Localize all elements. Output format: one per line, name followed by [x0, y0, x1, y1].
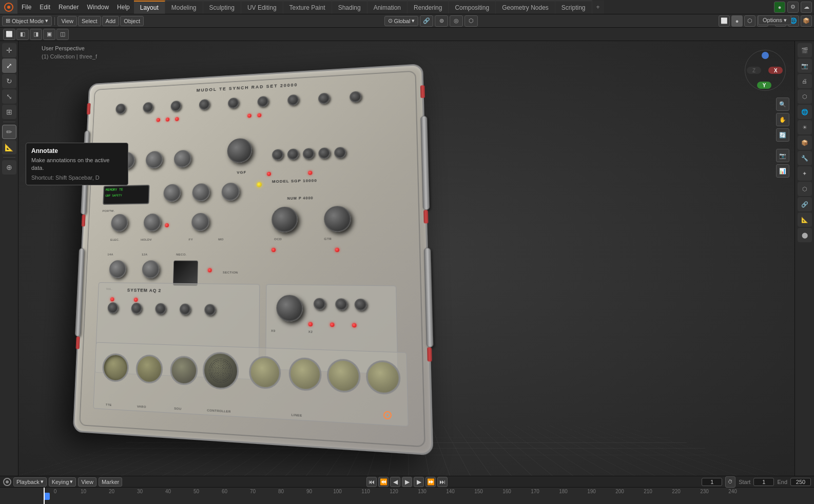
properties-material[interactable]: ⬤ [798, 228, 812, 242]
play-prev-keyframe[interactable]: ⏪ [378, 477, 389, 487]
tab-rendering[interactable]: Rendering [408, 1, 449, 14]
knob-9 [350, 91, 361, 102]
keying-dropdown[interactable]: Keying ▾ [49, 477, 76, 487]
properties-data[interactable]: 📐 [798, 212, 812, 227]
start-frame-input[interactable] [753, 478, 774, 486]
model-title: MUDOL TE SYNCH RAD SET 20000 [197, 82, 298, 92]
menu-edit[interactable]: Edit [35, 0, 54, 14]
menu-help[interactable]: Help [113, 0, 134, 14]
scale-tool-btn[interactable]: ⤡ [2, 89, 16, 104]
gizmo-x-axis[interactable]: X [768, 67, 783, 74]
menu-file[interactable]: File [17, 0, 35, 14]
tab-uv-editing[interactable]: UV Editing [241, 1, 283, 14]
menu-render[interactable]: Render [54, 0, 83, 14]
properties-object[interactable]: 📦 [798, 135, 812, 150]
camera-icon[interactable]: 📷 [776, 149, 789, 162]
gizmo-y-axis[interactable]: Y [757, 82, 771, 89]
properties-physics[interactable]: ⬡ [798, 182, 812, 196]
play-next-keyframe[interactable]: ⏩ [425, 477, 436, 487]
play-prev-frame[interactable]: ◀ [390, 477, 400, 487]
rotate-view-icon[interactable]: 🔄 [776, 128, 789, 142]
properties-constraints[interactable]: 🔗 [798, 197, 812, 211]
play-next-frame[interactable]: ▶ [414, 477, 424, 487]
rls-led-2 [330, 322, 335, 327]
pivot-icon: ⊙ [388, 17, 393, 24]
annotate-tool-btn[interactable]: ✏ [2, 125, 16, 139]
viewport-shading-material[interactable]: ⬡ [744, 15, 755, 27]
icon-row-btn4[interactable]: ▣ [43, 29, 55, 40]
icon-row-btn2[interactable]: ◧ [16, 29, 29, 40]
gizmo-z-axis[interactable]: Z [747, 67, 761, 74]
blender-logo[interactable] [0, 0, 17, 14]
knob-4 [199, 99, 210, 110]
properties-modifier[interactable]: 🔧 [798, 151, 812, 165]
snap-toggle[interactable]: 🔗 [420, 15, 433, 27]
menu-window[interactable]: Window [83, 0, 113, 14]
play-button[interactable]: ▶ [402, 477, 412, 487]
xray-toggle[interactable]: ⬡ [464, 15, 478, 27]
top-right-icon1[interactable]: ⚙ [787, 2, 799, 13]
icon-row-btn1[interactable]: ⬜ [3, 29, 15, 40]
marker-dropdown[interactable]: Marker [99, 477, 122, 487]
properties-scene[interactable]: 🎬 [798, 43, 812, 57]
timeline-ruler[interactable]: 0 10 20 30 40 50 60 70 80 90 100 110 120… [0, 488, 814, 504]
properties-scene2[interactable]: 🌐 [798, 105, 812, 119]
transform-tool-btn[interactable]: ⊞ [2, 105, 16, 119]
view-menu[interactable]: View [57, 16, 77, 26]
tab-layout[interactable]: Layout [134, 1, 165, 14]
pan-icon[interactable]: ✋ [776, 113, 789, 126]
tab-scripting[interactable]: Scripting [555, 1, 592, 14]
t-num-100: 100 [323, 489, 352, 494]
knob-row3-1 [111, 214, 128, 231]
view-dropdown[interactable]: View [78, 477, 96, 487]
current-frame-input[interactable] [702, 478, 722, 486]
viewport-view-label: User Perspective [42, 45, 85, 51]
select-menu[interactable]: Select [78, 16, 101, 26]
knob-row2-1 [163, 184, 181, 202]
pivot-selector[interactable]: ⊙ Global ▾ [384, 16, 419, 26]
end-frame-input[interactable] [790, 478, 811, 486]
rotate-tool-btn[interactable]: ↻ [2, 74, 16, 88]
add-object-btn[interactable]: ⊕ [2, 160, 16, 175]
connector-1 [102, 353, 129, 382]
measure-tool-btn[interactable]: 📐 [2, 140, 16, 154]
tab-compositing[interactable]: Compositing [449, 1, 496, 14]
tab-geometry-nodes[interactable]: Geometry Nodes [496, 1, 555, 14]
top-right-icon2[interactable]: ☁ [801, 2, 812, 13]
tab-sculpting[interactable]: Sculpting [203, 1, 241, 14]
graph-icon[interactable]: 📊 [776, 164, 789, 178]
cursor-tool-btn[interactable]: ✛ [2, 43, 16, 57]
tab-animation[interactable]: Animation [367, 1, 408, 14]
object-properties-icon[interactable]: 📦 [801, 15, 812, 27]
properties-render[interactable]: 📷 [798, 59, 812, 73]
gizmo-view-dot[interactable] [762, 52, 769, 59]
zoom-icon[interactable]: 🔍 [776, 98, 789, 111]
viewport-shading-solid[interactable]: ● [731, 15, 743, 27]
viewport-shading-rendered[interactable]: ● [774, 2, 785, 13]
add-menu[interactable]: Add [102, 16, 120, 26]
frame-indicator[interactable] [3, 478, 11, 486]
conn-label-3: SOU [174, 407, 181, 411]
time-format-icon[interactable]: ⏱ [725, 476, 735, 488]
add-workspace-tab[interactable]: + [592, 1, 604, 14]
icon-row-btn5[interactable]: ◫ [56, 29, 69, 40]
properties-world[interactable]: ☀ [798, 120, 812, 134]
options-button[interactable]: Options ▾ [758, 15, 791, 25]
tab-shading[interactable]: Shading [332, 1, 367, 14]
properties-view-layer[interactable]: ⬡ [798, 89, 812, 104]
properties-particles[interactable]: ✦ [798, 166, 812, 181]
viewport-shading-wire[interactable]: ⬜ [719, 15, 730, 27]
playback-dropdown[interactable]: Playback ▾ [13, 477, 47, 487]
mode-selector[interactable]: ⊞ Object Mode ▾ [2, 16, 52, 26]
viewport-3d[interactable]: User Perspective (1) Collection | three_… [18, 41, 794, 476]
proportional-edit[interactable]: ⊚ [435, 15, 448, 27]
play-last-frame[interactable]: ⏭ [437, 477, 448, 487]
icon-row-btn3[interactable]: ◨ [30, 29, 42, 40]
tab-modeling[interactable]: Modeling [165, 1, 203, 14]
properties-output[interactable]: 🖨 [798, 74, 812, 88]
move-tool-btn[interactable]: ⤢ [2, 59, 16, 73]
object-menu[interactable]: Object [120, 16, 144, 26]
overlay-toggle[interactable]: ◎ [450, 15, 463, 27]
play-first-frame[interactable]: ⏮ [366, 477, 377, 487]
tab-texture-paint[interactable]: Texture Paint [283, 1, 332, 14]
